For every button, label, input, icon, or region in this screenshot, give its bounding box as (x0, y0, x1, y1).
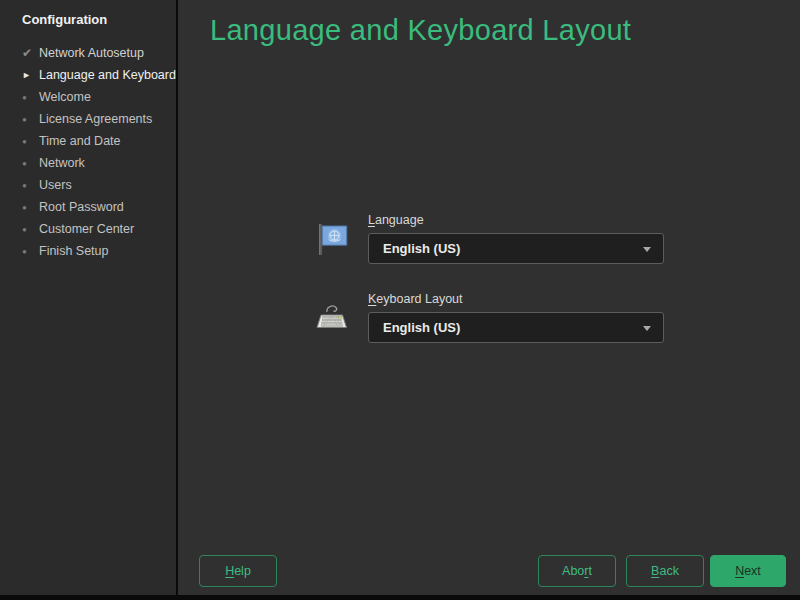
sidebar-title: Configuration (22, 12, 107, 27)
language-label: Language (368, 213, 424, 227)
bullet-icon: ● (22, 137, 39, 146)
keyboard-layout-select[interactable]: English (US) (368, 312, 664, 343)
bottom-bar (0, 595, 800, 600)
step-network-autosetup: ✔ Network Autosetup (0, 42, 176, 64)
step-label: Welcome (39, 90, 91, 104)
bullet-icon: ● (22, 247, 39, 256)
installer-window: Configuration ✔ Network Autosetup ► Lang… (0, 0, 800, 600)
bullet-icon: ● (22, 225, 39, 234)
back-button[interactable]: Back (626, 555, 704, 587)
step-finish-setup: ● Finish Setup (0, 240, 176, 262)
language-select[interactable]: English (US) (368, 233, 664, 264)
step-label: Root Password (39, 200, 124, 214)
help-button[interactable]: Help (199, 555, 277, 587)
step-label: Network Autosetup (39, 46, 144, 60)
caret-down-icon (643, 326, 651, 331)
step-label: Time and Date (39, 134, 121, 148)
check-icon: ✔ (22, 46, 39, 60)
abort-button[interactable]: Abort (538, 555, 616, 587)
installation-steps-list: ✔ Network Autosetup ► Language and Keybo… (0, 42, 176, 262)
step-label: Network (39, 156, 85, 170)
step-root-password: ● Root Password (0, 196, 176, 218)
step-label: Customer Center (39, 222, 134, 236)
step-label: Language and Keyboard (39, 68, 176, 82)
bullet-icon: ● (22, 203, 39, 212)
bullet-icon: ● (22, 181, 39, 190)
step-welcome: ● Welcome (0, 86, 176, 108)
language-flag-icon (314, 221, 350, 257)
keyboard-select-value: English (US) (383, 320, 460, 335)
step-label: Users (39, 178, 72, 192)
sidebar: Configuration ✔ Network Autosetup ► Lang… (0, 0, 176, 600)
current-step-arrow-icon: ► (22, 70, 39, 80)
bullet-icon: ● (22, 115, 39, 124)
keyboard-icon (314, 302, 350, 338)
main-content: Language and Keyboard Layout Language En… (178, 0, 800, 595)
language-select-value: English (US) (383, 241, 460, 256)
step-customer-center: ● Customer Center (0, 218, 176, 240)
step-time-and-date: ● Time and Date (0, 130, 176, 152)
step-language-and-keyboard: ► Language and Keyboard (0, 64, 176, 86)
bullet-icon: ● (22, 159, 39, 168)
bullet-icon: ● (22, 93, 39, 102)
step-license-agreements: ● License Agreements (0, 108, 176, 130)
page-title: Language and Keyboard Layout (210, 14, 631, 47)
step-label: Finish Setup (39, 244, 108, 258)
step-network: ● Network (0, 152, 176, 174)
next-button[interactable]: Next (710, 555, 786, 587)
step-users: ● Users (0, 174, 176, 196)
step-label: License Agreements (39, 112, 152, 126)
caret-down-icon (643, 247, 651, 252)
keyboard-layout-label: Keyboard Layout (368, 292, 463, 306)
